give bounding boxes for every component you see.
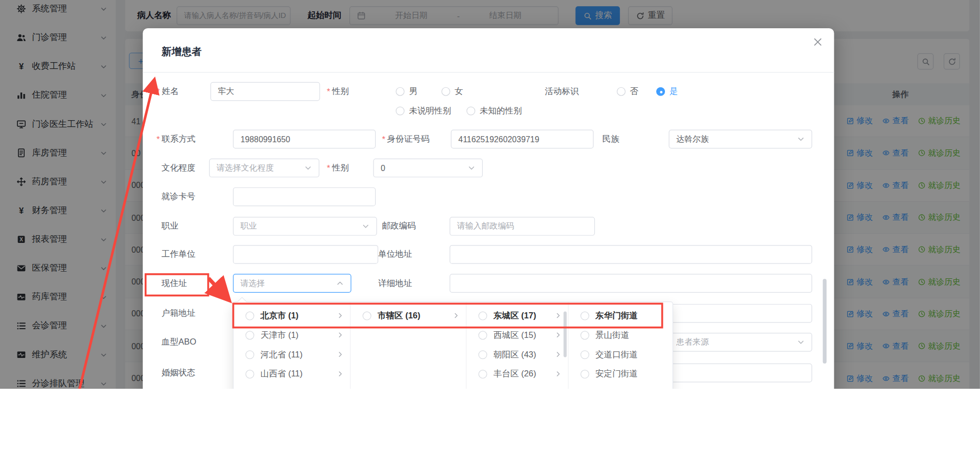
divider <box>143 72 834 72</box>
radio-icon <box>580 369 589 378</box>
chevron-down-icon <box>797 136 805 143</box>
chevron-right-icon <box>555 351 561 357</box>
cascader-option[interactable]: 西城区 (15) <box>466 325 568 345</box>
gender2-select[interactable]: 0 <box>373 159 483 178</box>
chevron-right-icon <box>337 312 344 319</box>
cascader-option[interactable]: 北京市 (1) <box>233 306 350 326</box>
gender2-label: *性别 <box>327 159 349 178</box>
radio-icon <box>245 331 254 339</box>
occupation-label: 职业 <box>162 217 179 236</box>
cascader-option[interactable]: 河北省 (11) <box>233 345 350 364</box>
cascader-option[interactable]: 山西省 (11) <box>233 364 350 384</box>
cascader-option[interactable]: 内蒙古自治区 (12) <box>233 384 350 389</box>
active-flag-label: 活动标识 <box>545 82 579 101</box>
radio-icon <box>580 311 589 320</box>
radio-icon <box>396 106 404 115</box>
chevron-right-icon <box>337 332 344 338</box>
app: 系统管理 门诊管理 ¥ 收费工作站 住院管理 门诊医生工作站 库房管理 <box>0 0 980 389</box>
chevron-right-icon <box>555 370 561 377</box>
cascader-option[interactable]: 东城区 (17) <box>466 306 568 326</box>
blood-label: 血型ABO <box>162 333 197 352</box>
chevron-right-icon <box>555 332 561 338</box>
name-label: *姓名 <box>156 82 179 101</box>
cascader-option[interactable]: 朝阳区 (43) <box>466 345 568 364</box>
gender-label: *性别 <box>327 82 349 101</box>
cascader-option[interactable]: 东华门街道 <box>569 306 673 326</box>
cascader-option[interactable]: 市辖区 (16) <box>350 306 466 326</box>
cascader-column-2: 东城区 (17) 西城区 (15) 朝阳区 (43) 丰台区 (26) 石景山区… <box>466 302 569 389</box>
patient-source-select[interactable]: 患者来源 <box>669 333 812 352</box>
radio-icon <box>478 350 487 359</box>
close-icon[interactable] <box>813 37 823 47</box>
radio-icon <box>441 87 450 96</box>
chevron-down-icon <box>304 164 312 172</box>
chevron-right-icon <box>337 351 344 357</box>
card-no-input[interactable] <box>233 187 376 206</box>
chevron-right-icon <box>453 312 459 319</box>
detail-addr-label: 详细地址 <box>378 274 412 293</box>
radio-checked-icon <box>656 87 665 96</box>
radio-icon <box>478 311 487 320</box>
education-select[interactable]: 请选择文化程度 <box>209 159 320 178</box>
employer-addr-input[interactable] <box>449 245 812 264</box>
radio-icon <box>245 350 254 359</box>
radio-icon <box>580 350 589 359</box>
contact-input[interactable]: 19880991650 <box>233 130 376 149</box>
nation-select[interactable]: 达斡尔族 <box>669 130 812 149</box>
cascader-option[interactable]: 交道口街道 <box>569 345 673 364</box>
radio-icon <box>245 369 254 378</box>
cascader-option[interactable]: 石景山区 (9) <box>466 384 568 389</box>
id-card-input[interactable]: 411625192602039719 <box>451 130 594 149</box>
chevron-right-icon <box>555 312 561 319</box>
employer-addr-label: 单位地址 <box>378 245 412 264</box>
radio-gender-unknown[interactable]: 未知的性别 <box>466 102 522 121</box>
cascader-option[interactable]: 安定门街道 <box>569 364 673 384</box>
radio-icon <box>396 87 404 96</box>
dialog-title: 新增患者 <box>162 46 202 59</box>
name-input[interactable]: 牢大 <box>210 82 320 101</box>
cascader-option[interactable]: 景山街道 <box>569 325 673 345</box>
radio-gender-unstated[interactable]: 未说明性别 <box>396 102 451 121</box>
postcode-input[interactable]: 请输入邮政编码 <box>449 217 595 236</box>
cascader-column-1: 市辖区 (16) <box>350 302 466 389</box>
household-addr-input[interactable] <box>669 304 812 323</box>
employer-label: 工作单位 <box>162 245 195 264</box>
chevron-down-icon <box>362 222 369 230</box>
chevron-down-icon <box>468 164 476 172</box>
marital-input[interactable] <box>669 364 812 383</box>
radio-icon <box>617 87 625 96</box>
cascader-column-0: 北京市 (1) 天津市 (1) 河北省 (11) 山西省 (11) 内蒙古自治区… <box>233 302 350 389</box>
chevron-down-icon <box>797 338 805 346</box>
cascader-option[interactable]: 天津市 (1) <box>233 325 350 345</box>
chevron-up-icon <box>336 279 344 287</box>
current-address-select[interactable]: 请选择 <box>233 274 351 293</box>
nation-label: 民族 <box>602 130 619 149</box>
marital-label: 婚姻状态 <box>162 364 195 383</box>
radio-icon <box>580 331 589 339</box>
occupation-select[interactable]: 职业 <box>233 217 377 236</box>
radio-icon <box>466 106 475 115</box>
address-cascader-dropdown: 北京市 (1) 天津市 (1) 河北省 (11) 山西省 (11) 内蒙古自治区… <box>233 301 673 389</box>
modal-scrollbar[interactable] <box>823 279 827 364</box>
radio-icon <box>245 311 254 320</box>
education-label: 文化程度 <box>162 159 195 178</box>
household-addr-label: 户籍地址 <box>162 304 195 323</box>
radio-icon <box>363 311 371 320</box>
radio-female[interactable]: 女 <box>441 82 463 101</box>
employer-input[interactable] <box>233 245 378 264</box>
cascader-column-3: 东华门街道 景山街道 交道口街道 安定门街道 北新桥街道 东四街道 <box>569 302 673 389</box>
chevron-right-icon <box>337 370 344 377</box>
cascader-scrollbar[interactable] <box>563 312 566 357</box>
postcode-label: 邮政编码 <box>382 217 416 236</box>
radio-icon <box>478 369 487 378</box>
contact-label: *联系方式 <box>156 130 195 149</box>
radio-yes[interactable]: 是 <box>656 82 678 101</box>
detail-addr-input[interactable] <box>449 274 812 293</box>
radio-male[interactable]: 男 <box>396 82 417 101</box>
radio-no[interactable]: 否 <box>617 82 638 101</box>
id-card-label: *身份证号码 <box>382 130 429 149</box>
current-address-label: 现住址 <box>162 274 187 293</box>
radio-icon <box>478 331 487 339</box>
cascader-option[interactable]: 丰台区 (26) <box>466 364 568 384</box>
cascader-option[interactable]: 北新桥街道 <box>569 384 673 389</box>
